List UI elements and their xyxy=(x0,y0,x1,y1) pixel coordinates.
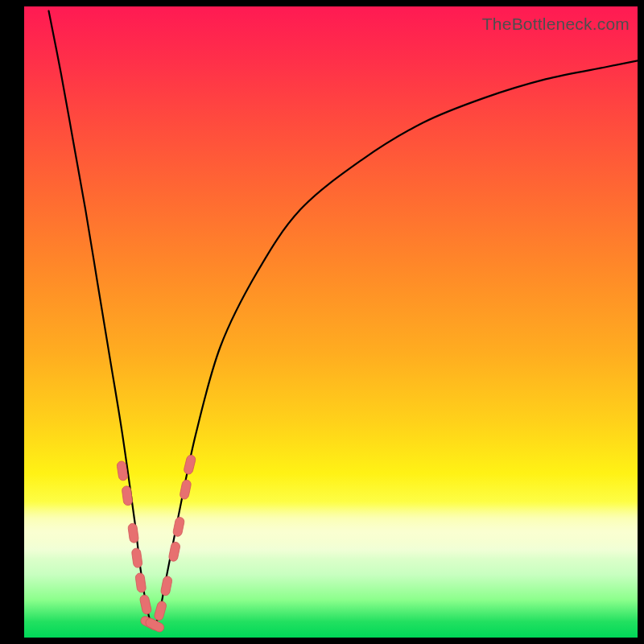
curve-marker xyxy=(168,541,181,562)
curve-marker xyxy=(172,517,185,538)
svg-rect-10 xyxy=(168,541,181,562)
svg-rect-9 xyxy=(160,576,172,597)
plot-area: TheBottleneck.com xyxy=(24,6,638,638)
watermark-text: TheBottleneck.com xyxy=(482,14,630,34)
svg-rect-13 xyxy=(183,454,196,475)
curve-layer xyxy=(24,6,638,638)
curve-marker xyxy=(180,479,192,500)
svg-rect-7 xyxy=(144,617,165,634)
svg-rect-8 xyxy=(154,601,167,621)
curve-marker xyxy=(154,601,167,621)
curve-marker xyxy=(139,594,152,615)
curve-marker xyxy=(160,576,172,597)
svg-rect-4 xyxy=(135,572,147,592)
curve-marker xyxy=(122,485,133,506)
curve-marker xyxy=(135,572,147,592)
curve-marker xyxy=(144,617,165,634)
svg-rect-1 xyxy=(122,485,133,506)
svg-rect-2 xyxy=(128,523,139,543)
chart-frame: TheBottleneck.com xyxy=(0,0,644,644)
curve-marker xyxy=(128,523,139,543)
svg-rect-5 xyxy=(139,594,152,615)
curve-marker xyxy=(183,454,196,475)
svg-rect-3 xyxy=(131,547,142,568)
curve-marker xyxy=(131,547,142,568)
svg-rect-12 xyxy=(180,479,192,500)
svg-rect-11 xyxy=(172,517,185,538)
